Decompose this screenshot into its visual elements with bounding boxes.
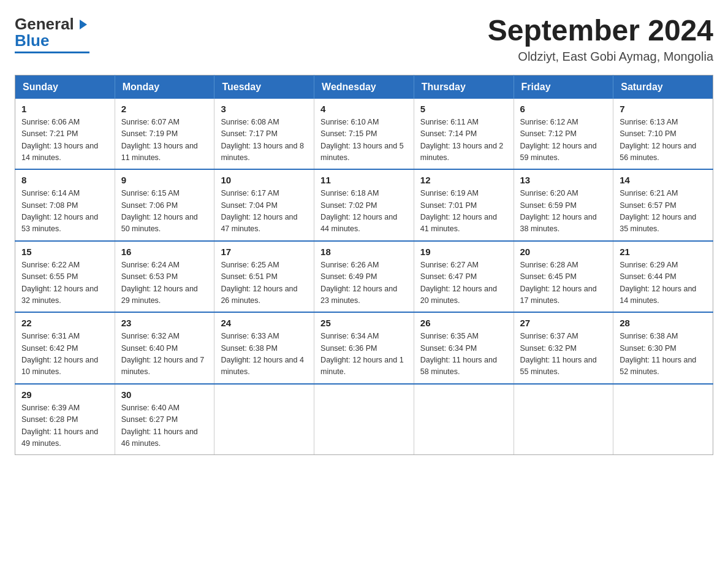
calendar-header-row: SundayMondayTuesdayWednesdayThursdayFrid… <box>15 75 713 99</box>
calendar-day-cell: 27 Sunrise: 6:37 AMSunset: 6:32 PMDaylig… <box>514 312 613 384</box>
day-detail: Sunrise: 6:15 AMSunset: 7:06 PMDaylight:… <box>121 189 198 233</box>
day-detail: Sunrise: 6:18 AMSunset: 7:02 PMDaylight:… <box>320 189 397 233</box>
calendar-week-row: 29 Sunrise: 6:39 AMSunset: 6:28 PMDaylig… <box>15 384 713 455</box>
day-number: 27 <box>520 318 607 328</box>
calendar-day-cell: 9 Sunrise: 6:15 AMSunset: 7:06 PMDayligh… <box>115 169 214 241</box>
day-number: 4 <box>320 104 408 114</box>
day-number: 5 <box>420 104 507 114</box>
day-number: 12 <box>420 175 507 185</box>
day-number: 9 <box>121 175 208 185</box>
calendar-day-cell: 18 Sunrise: 6:26 AMSunset: 6:49 PMDaylig… <box>314 241 414 313</box>
calendar-day-cell: 15 Sunrise: 6:22 AMSunset: 6:55 PMDaylig… <box>15 241 115 313</box>
calendar-day-cell: 22 Sunrise: 6:31 AMSunset: 6:42 PMDaylig… <box>15 312 115 384</box>
day-detail: Sunrise: 6:31 AMSunset: 6:42 PMDaylight:… <box>21 332 98 376</box>
logo: General Blue <box>15 15 89 53</box>
day-number: 6 <box>520 104 607 114</box>
calendar-day-cell: 21 Sunrise: 6:29 AMSunset: 6:44 PMDaylig… <box>613 241 713 313</box>
day-detail: Sunrise: 6:33 AMSunset: 6:38 PMDaylight:… <box>221 332 304 376</box>
logo-blue-text: Blue <box>15 31 49 50</box>
day-number: 2 <box>121 104 208 114</box>
day-detail: Sunrise: 6:34 AMSunset: 6:36 PMDaylight:… <box>320 332 404 376</box>
day-number: 28 <box>620 318 707 328</box>
svg-marker-0 <box>80 20 87 29</box>
day-number: 15 <box>21 247 108 257</box>
calendar-day-cell: 11 Sunrise: 6:18 AMSunset: 7:02 PMDaylig… <box>314 169 414 241</box>
calendar-week-row: 15 Sunrise: 6:22 AMSunset: 6:55 PMDaylig… <box>15 241 713 313</box>
subtitle: Oldziyt, East Gobi Aymag, Mongolia <box>488 50 713 64</box>
calendar-day-cell: 10 Sunrise: 6:17 AMSunset: 7:04 PMDaylig… <box>214 169 314 241</box>
calendar-day-header: Tuesday <box>214 75 314 99</box>
day-number: 23 <box>121 318 208 328</box>
day-detail: Sunrise: 6:28 AMSunset: 6:45 PMDaylight:… <box>520 261 597 305</box>
calendar-day-cell: 3 Sunrise: 6:08 AMSunset: 7:17 PMDayligh… <box>214 99 314 170</box>
day-detail: Sunrise: 6:20 AMSunset: 6:59 PMDaylight:… <box>520 189 597 233</box>
day-number: 26 <box>420 318 507 328</box>
day-number: 24 <box>221 318 308 328</box>
day-detail: Sunrise: 6:35 AMSunset: 6:34 PMDaylight:… <box>420 332 497 376</box>
calendar-day-cell: 13 Sunrise: 6:20 AMSunset: 6:59 PMDaylig… <box>514 169 613 241</box>
day-number: 1 <box>21 104 108 114</box>
logo-underline <box>15 52 89 53</box>
day-detail: Sunrise: 6:25 AMSunset: 6:51 PMDaylight:… <box>221 261 297 305</box>
calendar-day-cell: 2 Sunrise: 6:07 AMSunset: 7:19 PMDayligh… <box>115 99 214 170</box>
calendar-day-cell: 14 Sunrise: 6:21 AMSunset: 6:57 PMDaylig… <box>613 169 713 241</box>
day-number: 17 <box>221 247 308 257</box>
calendar-day-cell: 30 Sunrise: 6:40 AMSunset: 6:27 PMDaylig… <box>115 384 214 455</box>
day-detail: Sunrise: 6:40 AMSunset: 6:27 PMDaylight:… <box>121 404 198 448</box>
calendar-day-cell: 8 Sunrise: 6:14 AMSunset: 7:08 PMDayligh… <box>15 169 115 241</box>
day-detail: Sunrise: 6:07 AMSunset: 7:19 PMDaylight:… <box>121 118 198 162</box>
day-detail: Sunrise: 6:29 AMSunset: 6:44 PMDaylight:… <box>620 261 696 305</box>
calendar-day-cell: 6 Sunrise: 6:12 AMSunset: 7:12 PMDayligh… <box>514 99 613 170</box>
day-detail: Sunrise: 6:24 AMSunset: 6:53 PMDaylight:… <box>121 261 198 305</box>
day-number: 21 <box>620 247 707 257</box>
day-number: 25 <box>320 318 408 328</box>
day-number: 11 <box>320 175 408 185</box>
day-number: 18 <box>320 247 408 257</box>
day-detail: Sunrise: 6:12 AMSunset: 7:12 PMDaylight:… <box>520 118 597 162</box>
day-detail: Sunrise: 6:22 AMSunset: 6:55 PMDaylight:… <box>21 261 98 305</box>
day-number: 30 <box>121 389 208 400</box>
day-detail: Sunrise: 6:08 AMSunset: 7:17 PMDaylight:… <box>221 118 304 162</box>
day-detail: Sunrise: 6:32 AMSunset: 6:40 PMDaylight:… <box>121 332 205 376</box>
page-header: General Blue September 2024 Oldziyt, Eas… <box>15 15 713 64</box>
day-detail: Sunrise: 6:27 AMSunset: 6:47 PMDaylight:… <box>420 261 497 305</box>
calendar-day-cell: 19 Sunrise: 6:27 AMSunset: 6:47 PMDaylig… <box>414 241 514 313</box>
calendar-day-cell: 26 Sunrise: 6:35 AMSunset: 6:34 PMDaylig… <box>414 312 514 384</box>
calendar-table: SundayMondayTuesdayWednesdayThursdayFrid… <box>15 75 713 456</box>
calendar-day-cell: 12 Sunrise: 6:19 AMSunset: 7:01 PMDaylig… <box>414 169 514 241</box>
calendar-day-cell: 25 Sunrise: 6:34 AMSunset: 6:36 PMDaylig… <box>314 312 414 384</box>
calendar-day-cell: 23 Sunrise: 6:32 AMSunset: 6:40 PMDaylig… <box>115 312 214 384</box>
day-detail: Sunrise: 6:21 AMSunset: 6:57 PMDaylight:… <box>620 189 696 233</box>
day-number: 7 <box>620 104 707 114</box>
title-block: September 2024 Oldziyt, East Gobi Aymag,… <box>488 15 713 64</box>
calendar-day-cell: 4 Sunrise: 6:10 AMSunset: 7:15 PMDayligh… <box>314 99 414 170</box>
calendar-day-cell <box>514 384 613 455</box>
calendar-day-cell: 1 Sunrise: 6:06 AMSunset: 7:21 PMDayligh… <box>15 99 115 170</box>
calendar-day-header: Monday <box>115 75 214 99</box>
main-title: September 2024 <box>488 15 713 47</box>
day-number: 14 <box>620 175 707 185</box>
day-detail: Sunrise: 6:17 AMSunset: 7:04 PMDaylight:… <box>221 189 297 233</box>
day-detail: Sunrise: 6:06 AMSunset: 7:21 PMDaylight:… <box>21 118 98 162</box>
calendar-day-cell <box>314 384 414 455</box>
day-detail: Sunrise: 6:13 AMSunset: 7:10 PMDaylight:… <box>620 118 696 162</box>
calendar-day-cell <box>414 384 514 455</box>
day-number: 10 <box>221 175 308 185</box>
calendar-day-cell: 28 Sunrise: 6:38 AMSunset: 6:30 PMDaylig… <box>613 312 713 384</box>
calendar-day-header: Friday <box>514 75 613 99</box>
day-number: 22 <box>21 318 108 328</box>
calendar-week-row: 1 Sunrise: 6:06 AMSunset: 7:21 PMDayligh… <box>15 99 713 170</box>
day-number: 8 <box>21 175 108 185</box>
calendar-day-cell <box>613 384 713 455</box>
day-detail: Sunrise: 6:10 AMSunset: 7:15 PMDaylight:… <box>320 118 404 162</box>
day-number: 20 <box>520 247 607 257</box>
calendar-day-cell: 29 Sunrise: 6:39 AMSunset: 6:28 PMDaylig… <box>15 384 115 455</box>
logo-arrow-icon <box>76 18 89 34</box>
calendar-day-cell: 20 Sunrise: 6:28 AMSunset: 6:45 PMDaylig… <box>514 241 613 313</box>
calendar-day-header: Sunday <box>15 75 115 99</box>
calendar-week-row: 8 Sunrise: 6:14 AMSunset: 7:08 PMDayligh… <box>15 169 713 241</box>
day-detail: Sunrise: 6:37 AMSunset: 6:32 PMDaylight:… <box>520 332 597 376</box>
calendar-day-cell: 7 Sunrise: 6:13 AMSunset: 7:10 PMDayligh… <box>613 99 713 170</box>
day-number: 29 <box>21 389 108 400</box>
day-detail: Sunrise: 6:39 AMSunset: 6:28 PMDaylight:… <box>21 404 98 448</box>
